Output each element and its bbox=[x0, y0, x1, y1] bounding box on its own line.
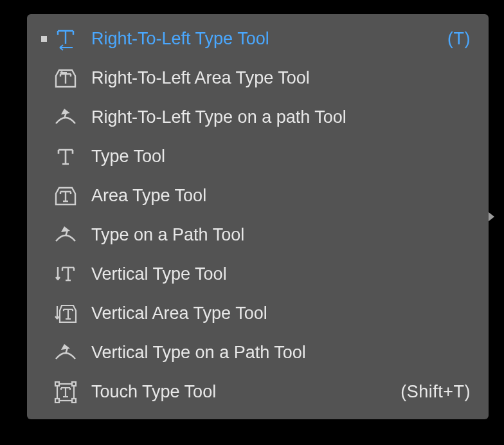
tool-item-touch-type[interactable]: Touch Type Tool (Shift+T) bbox=[27, 372, 489, 412]
tool-item-rtl-area-type[interactable]: Right-To-Left Area Type Tool bbox=[27, 59, 489, 98]
chevron-right-icon bbox=[489, 212, 494, 221]
selected-bullet bbox=[36, 36, 51, 42]
type-tool-flyout[interactable]: Right-To-Left Type Tool (T) Right-To-Lef… bbox=[27, 14, 489, 419]
tool-item-vertical-area-type[interactable]: Vertical Area Type Tool bbox=[27, 294, 489, 333]
tool-label: Type on a Path Tool bbox=[91, 225, 244, 245]
tool-item-rtl-type[interactable]: Right-To-Left Type Tool (T) bbox=[27, 19, 489, 59]
tool-label: Vertical Type on a Path Tool bbox=[91, 343, 306, 363]
tool-label: Right-To-Left Type Tool bbox=[91, 29, 269, 49]
svg-rect-2 bbox=[72, 382, 76, 386]
rtl-type-icon bbox=[51, 25, 80, 53]
tool-label: Type Tool bbox=[91, 147, 165, 167]
tool-label: Vertical Area Type Tool bbox=[91, 304, 267, 323]
tool-item-rtl-path-type[interactable]: Right-To-Left Type on a path Tool bbox=[27, 98, 489, 137]
vertical-type-icon bbox=[51, 260, 80, 289]
tool-item-path-type[interactable]: Type on a Path Tool bbox=[27, 215, 489, 255]
tool-item-vertical-path-type[interactable]: Vertical Type on a Path Tool bbox=[27, 333, 489, 372]
tool-label: Right-To-Left Type on a path Tool bbox=[91, 107, 346, 127]
tool-shortcut: (Shift+T) bbox=[401, 382, 471, 402]
touch-type-icon bbox=[51, 378, 80, 406]
vertical-path-type-icon bbox=[51, 339, 80, 367]
tool-label: Right-To-Left Area Type Tool bbox=[91, 68, 310, 88]
path-type-icon bbox=[51, 221, 80, 250]
tool-item-vertical-type[interactable]: Vertical Type Tool bbox=[27, 255, 489, 294]
svg-rect-3 bbox=[55, 399, 59, 403]
tool-label: Vertical Type Tool bbox=[91, 264, 227, 284]
rtl-path-type-icon bbox=[51, 104, 80, 132]
area-type-icon bbox=[51, 182, 80, 210]
vertical-area-type-icon bbox=[51, 300, 80, 328]
tool-label: Touch Type Tool bbox=[91, 382, 216, 402]
svg-rect-4 bbox=[72, 399, 76, 403]
type-icon bbox=[51, 143, 80, 171]
rtl-area-type-icon bbox=[51, 64, 80, 93]
tool-shortcut: (T) bbox=[447, 29, 471, 49]
tool-item-type[interactable]: Type Tool bbox=[27, 137, 489, 176]
tool-label: Area Type Tool bbox=[91, 186, 206, 206]
svg-rect-1 bbox=[55, 382, 59, 386]
tool-item-area-type[interactable]: Area Type Tool bbox=[27, 176, 489, 215]
type-tool-list: Right-To-Left Type Tool (T) Right-To-Lef… bbox=[27, 14, 489, 419]
